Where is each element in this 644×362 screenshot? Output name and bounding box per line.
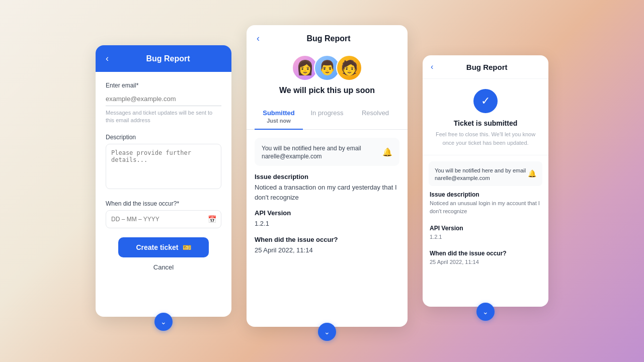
left-back-button[interactable]: ‹ bbox=[106, 53, 109, 64]
right-notification-text: You will be notified here and by email bbox=[435, 166, 526, 175]
right-date-label: When did the issue occur? bbox=[430, 250, 541, 257]
tab-submitted-label: Submitted bbox=[255, 109, 303, 117]
tab-submitted[interactable]: Submitted Just now bbox=[255, 104, 303, 130]
success-subtitle: Feel free to close this. We'll let you k… bbox=[431, 130, 540, 147]
tab-in-progress[interactable]: In progress bbox=[303, 104, 351, 130]
description-field-group: Description bbox=[106, 134, 221, 191]
date-input-wrap: 📅 bbox=[106, 210, 221, 228]
middle-card: ‹ Bug Report 👩 👨 🧑 We will pick this up … bbox=[247, 25, 408, 327]
middle-date-section: When did the issue occur? 25 April 2022,… bbox=[247, 236, 408, 255]
create-ticket-button[interactable]: Create ticket 🎫 bbox=[118, 237, 209, 257]
avatar-face-2: 👨 bbox=[318, 61, 336, 75]
api-label: API Version bbox=[255, 209, 399, 217]
email-field-group: Enter email* Messages and ticket updates… bbox=[106, 82, 221, 125]
issue-value: Noticed a transaction on my card yesterd… bbox=[255, 183, 399, 202]
left-card-body: Enter email* Messages and ticket updates… bbox=[96, 72, 231, 281]
notification-email: narelle@example.com bbox=[262, 153, 361, 160]
right-date-value: 25 April 2022, 11:14 bbox=[430, 258, 541, 266]
left-card-title: Bug Report bbox=[115, 54, 221, 63]
date-input[interactable] bbox=[106, 210, 221, 228]
left-card-header: ‹ Bug Report bbox=[96, 45, 231, 72]
right-api-label: API Version bbox=[430, 225, 541, 232]
right-chevron-down-button[interactable]: ⌄ bbox=[476, 303, 495, 321]
right-api-value: 1.2.1 bbox=[430, 233, 541, 241]
left-card: ‹ Bug Report Enter email* Messages and t… bbox=[96, 45, 231, 317]
success-icon: ✓ bbox=[473, 89, 498, 113]
notification-text: You will be notified here and by email bbox=[262, 144, 361, 153]
left-chevron-down-button[interactable]: ⌄ bbox=[154, 313, 173, 331]
success-section: ✓ Ticket is submitted Feel free to close… bbox=[423, 79, 548, 155]
calendar-icon: 📅 bbox=[208, 215, 216, 223]
right-api-section: API Version 1.2.1 bbox=[423, 220, 548, 245]
middle-card-header: ‹ Bug Report bbox=[247, 25, 408, 50]
api-section: API Version 1.2.1 bbox=[247, 209, 408, 229]
right-card: ‹ Bug Report ✓ Ticket is submitted Feel … bbox=[423, 55, 548, 307]
bell-icon: 🔔 bbox=[382, 147, 392, 157]
api-value: 1.2.1 bbox=[255, 219, 399, 229]
tab-submitted-sub: Just now bbox=[255, 118, 303, 124]
date-label: When did the issue occur?* bbox=[106, 200, 221, 207]
middle-card-title: Bug Report bbox=[260, 34, 397, 43]
right-bell-icon: 🔔 bbox=[528, 169, 536, 177]
issue-label: Issue description bbox=[255, 173, 399, 180]
avatar-3: 🧑 bbox=[336, 55, 362, 81]
email-hint: Messages and ticket updates will be sent… bbox=[106, 109, 221, 125]
description-label: Description bbox=[106, 134, 221, 141]
checkmark-icon: ✓ bbox=[481, 95, 490, 108]
date-field-group: When did the issue occur?* 📅 bbox=[106, 200, 221, 228]
email-label: Enter email* bbox=[106, 82, 221, 89]
notification-content: You will be notified here and by email n… bbox=[262, 144, 361, 160]
tab-in-progress-label: In progress bbox=[303, 109, 351, 117]
middle-date-value: 25 April 2022, 11:14 bbox=[255, 245, 399, 255]
avatar-group: 👩 👨 🧑 bbox=[247, 55, 408, 81]
cancel-button[interactable]: Cancel bbox=[106, 263, 221, 271]
right-issue-label: Issue description bbox=[430, 191, 541, 198]
right-card-header: ‹ Bug Report bbox=[423, 55, 548, 79]
issue-section: Issue description Noticed a transaction … bbox=[247, 173, 408, 202]
pickup-text: We will pick this up soon bbox=[247, 85, 408, 96]
description-input[interactable] bbox=[106, 144, 221, 189]
right-notification-email: narelle@example.com bbox=[435, 175, 526, 181]
middle-chevron-down-button[interactable]: ⌄ bbox=[318, 323, 336, 341]
right-issue-section: Issue description Noticed an unusual log… bbox=[423, 186, 548, 220]
middle-date-label: When did the issue occur? bbox=[255, 236, 399, 243]
right-date-section: When did the issue occur? 25 April 2022,… bbox=[423, 245, 548, 270]
avatar-face-1: 👩 bbox=[296, 61, 314, 75]
tab-resolved-label: Resolved bbox=[351, 109, 399, 117]
email-input[interactable] bbox=[106, 92, 221, 106]
tab-resolved[interactable]: Resolved bbox=[351, 104, 399, 130]
create-ticket-label: Create ticket bbox=[136, 243, 178, 251]
right-notification-row: You will be notified here and by email n… bbox=[429, 161, 542, 186]
right-issue-value: Noticed an unusual login in my account t… bbox=[430, 199, 541, 216]
notification-row: You will be notified here and by email n… bbox=[255, 138, 399, 166]
right-notification-content: You will be notified here and by email n… bbox=[435, 166, 526, 181]
avatar-face-3: 🧑 bbox=[341, 61, 358, 75]
ticket-icon: 🎫 bbox=[183, 243, 191, 251]
success-title: Ticket is submitted bbox=[431, 119, 540, 127]
progress-tabs: Submitted Just now In progress Resolved bbox=[247, 104, 408, 130]
right-card-title: Bug Report bbox=[433, 63, 540, 71]
